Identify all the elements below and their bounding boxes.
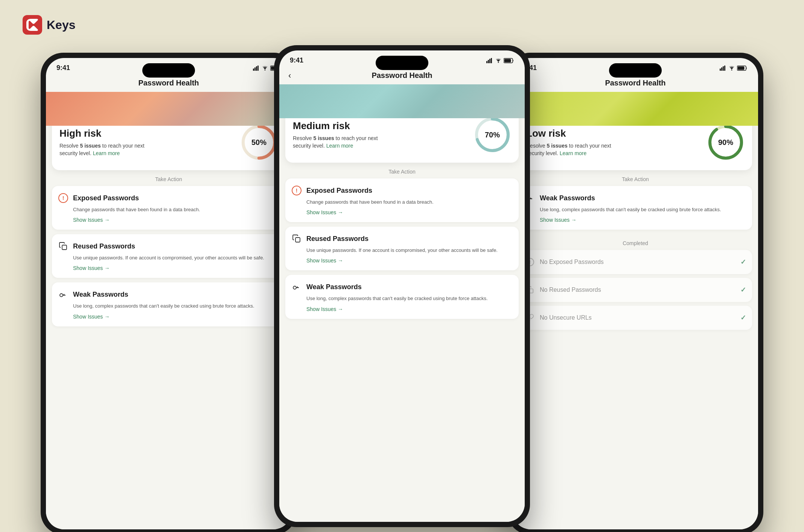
risk-desc-left: Resolve 5 issues to reach your nextsecur…	[59, 142, 234, 157]
weak-card-middle: Weak Passwords Use long, complex passwor…	[285, 275, 519, 319]
svg-rect-30	[724, 66, 725, 71]
wifi-icon-left	[262, 66, 268, 70]
svg-rect-0	[23, 15, 42, 35]
risk-desc-right: Resolve 5 issues to reach your nextsecur…	[526, 142, 701, 157]
content-left: High risk Resolve 5 issues to reach your…	[46, 126, 291, 529]
svg-rect-25	[295, 238, 300, 242]
show-issues-weak-middle[interactable]: Show Issues →	[291, 306, 513, 312]
risk-desc-middle: Resolve 5 issues to reach your nextsecur…	[293, 135, 467, 149]
phone-middle-inner: 9:41	[279, 50, 525, 522]
content-middle: Medium risk Resolve 5 issues to reach yo…	[279, 118, 525, 522]
svg-point-13	[60, 294, 63, 297]
exposed-header-left: ! Exposed Passwords	[58, 193, 279, 203]
svg-rect-15	[488, 60, 489, 63]
key-icon-left	[58, 289, 69, 300]
no-exposed-left: ! No Exposed Passwords	[525, 257, 604, 267]
circle-progress-right: 90%	[707, 126, 745, 161]
wifi-icon-middle	[495, 58, 501, 63]
learn-more-right[interactable]: Learn more	[560, 150, 587, 156]
phone-right-inner: 9:41	[513, 58, 758, 529]
nav-title-right: Password Health	[605, 79, 665, 87]
circle-progress-left: 50%	[240, 126, 278, 161]
dynamic-island-right	[609, 63, 662, 78]
weak-header-middle: Weak Passwords	[291, 282, 513, 292]
phone-left: 9:41	[41, 53, 297, 532]
logo-icon	[23, 15, 42, 35]
key-icon-middle	[291, 282, 302, 292]
svg-point-26	[293, 286, 296, 289]
svg-rect-2	[254, 67, 256, 71]
svg-point-31	[731, 69, 732, 70]
phone-middle: 9:41	[274, 45, 530, 527]
status-icons-right	[720, 66, 748, 71]
exposed-desc-left: Change passwords that have been found in…	[58, 206, 279, 213]
reused-card-middle: Reused Passwords Use unique passwords. I…	[285, 227, 519, 270]
no-reused-item: No Reused Passwords ✓	[519, 278, 752, 302]
show-issues-weak-left[interactable]: Show Issues →	[58, 314, 279, 320]
back-button-middle[interactable]: ‹	[288, 71, 291, 81]
show-issues-weak-right[interactable]: Show Issues →	[525, 217, 746, 223]
weak-desc-right: Use long, complex passwords that can't e…	[525, 206, 746, 213]
risk-card-right: Low risk Resolve 5 issues to reach your …	[519, 126, 752, 170]
battery-icon-middle	[504, 58, 514, 63]
reused-header-left: Reused Passwords	[58, 241, 279, 252]
take-action-middle: Take Action	[279, 163, 525, 178]
risk-title-middle: Medium risk	[293, 120, 467, 132]
exposed-card-left: ! Exposed Passwords Change passwords tha…	[52, 186, 285, 230]
svg-rect-17	[491, 58, 492, 63]
risk-info-middle: Medium risk Resolve 5 issues to reach yo…	[293, 120, 467, 149]
show-issues-exposed-middle[interactable]: Show Issues →	[291, 209, 513, 215]
weak-title-middle: Weak Passwords	[306, 283, 362, 291]
reused-desc-left: Use unique passwords. If one account is …	[58, 255, 279, 261]
weak-title-right: Weak Passwords	[540, 194, 595, 202]
weak-desc-middle: Use long, complex passwords that can't e…	[291, 295, 513, 302]
svg-rect-20	[504, 59, 511, 62]
circle-progress-middle: 70%	[474, 118, 511, 154]
risk-info-left: High risk Resolve 5 issues to reach your…	[59, 128, 234, 157]
weak-desc-left: Use long, complex passwords that can't e…	[58, 303, 279, 309]
signal-icon-left	[253, 66, 260, 71]
reused-desc-middle: Use unique passwords. If one account is …	[291, 247, 513, 254]
svg-rect-4	[257, 66, 259, 71]
nav-title-middle: Password Health	[372, 71, 432, 80]
learn-more-left[interactable]: Learn more	[93, 150, 120, 156]
take-action-left: Take Action	[46, 170, 291, 186]
show-issues-reused-middle[interactable]: Show Issues →	[291, 258, 513, 264]
reused-card-left: Reused Passwords Use unique passwords. I…	[52, 234, 285, 278]
exposed-header-middle: ! Exposed Passwords	[291, 185, 513, 196]
risk-card-middle: Medium risk Resolve 5 issues to reach yo…	[285, 118, 519, 163]
check-unsecure: ✓	[740, 314, 746, 322]
no-reused-left: No Reused Passwords	[525, 285, 601, 295]
weak-card-right: Weak Passwords Use long, complex passwor…	[519, 186, 752, 230]
battery-icon-right	[737, 66, 748, 71]
no-exposed-title: No Exposed Passwords	[540, 259, 604, 265]
reused-header-middle: Reused Passwords	[291, 233, 513, 244]
learn-more-middle[interactable]: Learn more	[326, 143, 353, 149]
show-issues-reused-left[interactable]: Show Issues →	[58, 265, 279, 271]
svg-text:!: !	[296, 187, 298, 194]
risk-title-left: High risk	[59, 128, 234, 139]
status-icons-middle	[486, 58, 514, 63]
svg-rect-29	[723, 66, 724, 71]
warning-icon-middle: !	[291, 185, 302, 196]
take-action-right: Take Action	[513, 170, 758, 186]
content-right: Low risk Resolve 5 issues to reach your …	[513, 126, 758, 529]
svg-point-5	[265, 69, 266, 70]
status-time-left: 9:41	[56, 64, 70, 72]
signal-icon-right	[720, 66, 726, 71]
no-reused-title: No Reused Passwords	[540, 287, 601, 293]
progress-text-middle: 70%	[485, 131, 500, 139]
banner-left	[46, 92, 291, 126]
svg-rect-28	[721, 67, 722, 71]
weak-header-left: Weak Passwords	[58, 289, 279, 300]
risk-info-right: Low risk Resolve 5 issues to reach your …	[526, 128, 701, 157]
no-unsecure-item: No Unsecure URLs ✓	[519, 306, 752, 330]
weak-title-left: Weak Passwords	[73, 291, 128, 299]
no-exposed-item: ! No Exposed Passwords ✓	[519, 250, 752, 274]
show-issues-exposed-left[interactable]: Show Issues →	[58, 217, 279, 223]
exposed-desc-middle: Change passwords that have been found in…	[291, 199, 513, 206]
banner-middle	[279, 84, 525, 118]
banner-right	[513, 92, 758, 126]
svg-rect-1	[253, 69, 254, 71]
copy-icon-middle	[291, 233, 302, 244]
